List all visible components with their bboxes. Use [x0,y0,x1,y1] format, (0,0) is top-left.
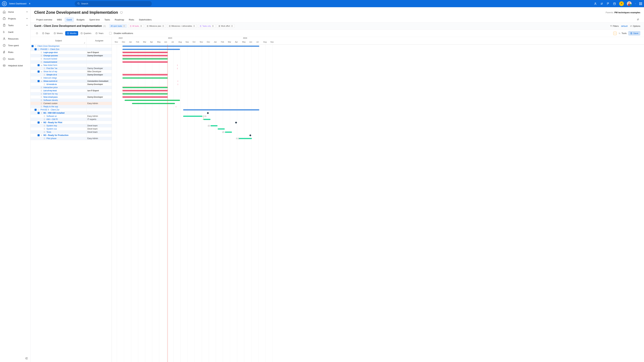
gantt-bar[interactable] [225,132,232,133]
table-row[interactable]: Software arEasy Admin [30,115,112,118]
gantt-bar[interactable] [204,119,210,120]
table-row[interactable]: Account locked [30,57,112,60]
row-subject[interactable]: New email pass [44,96,58,98]
gantt-chart[interactable]: 202220232024 NovDecJanFebMarAprMayJunJul… [112,37,644,362]
row-subject[interactable]: Show current cl [44,80,57,82]
gantt-bar[interactable] [122,77,168,79]
warning-icon[interactable]: ! [613,32,617,35]
table-row[interactable]: −PHASE II - Client Zor [30,108,112,111]
row-subject[interactable]: M3 - Ready for Production [44,134,68,136]
table-row[interactable]: Connect custonEasy Admin [30,102,112,105]
table-row[interactable]: System impDevel team [30,124,112,127]
gantt-bar[interactable] [122,49,180,50]
sidebar-item-tasks[interactable]: Tasks [0,22,30,29]
table-row[interactable]: −M1 - HW+SW installed [30,111,112,115]
toggle-icon[interactable]: − [38,70,40,72]
milestone-diamond[interactable] [207,112,209,114]
sidebar-item-helpdesk-ticket[interactable]: Helpdesk ticket [0,62,30,69]
sidebar-item-resources[interactable]: Resources [0,35,30,42]
tab-tasks[interactable]: Tasks [102,17,112,22]
parents-link[interactable]: PM techniques examples [614,11,640,14]
sliders-icon[interactable] [600,2,604,5]
toggle-icon[interactable]: − [38,121,40,123]
save-button[interactable]: Save [628,31,640,35]
tools-button[interactable]: Tools [618,32,626,34]
row-subject[interactable]: Pilot phase [46,137,56,140]
col-subject[interactable]: Subject⇵ [30,37,87,44]
chip-all-tasks[interactable]: All tasks0 [128,24,144,28]
disable-notifications-checkbox[interactable] [109,32,112,34]
table-row[interactable]: Account locked [30,60,112,64]
view-quarters[interactable]: Quarters [79,31,93,35]
add-button[interactable]: + [619,1,624,6]
table-row[interactable]: Intercom integr [30,76,112,80]
sidebar-item-issues[interactable]: Issues [0,55,30,62]
gantt-bar[interactable] [122,93,168,94]
row-subject[interactable]: List of my invoi [44,89,57,92]
view-months[interactable]: Months [65,31,78,35]
gantt-bar[interactable] [122,45,259,47]
flag-icon[interactable] [606,2,610,5]
milestone-diamond[interactable] [235,121,237,124]
row-subject[interactable]: UI needs to [46,83,57,85]
gantt-bar[interactable] [122,58,168,59]
dashboard-selector[interactable]: Select Dashboard [9,2,31,5]
toggle-icon[interactable]: − [38,80,40,82]
table-row[interactable]: −M3 - Ready for Production [30,134,112,137]
table-row[interactable]: Reply to the sup [30,105,112,108]
table-row[interactable]: Pilot phaseEasy Admin [30,137,112,140]
gantt-bar[interactable] [122,52,168,53]
chip-milestone-plan[interactable]: Milestone plan0 [145,24,166,28]
row-subject[interactable]: Intercom integr [44,77,57,79]
gantt-bar[interactable] [122,87,168,88]
row-subject[interactable]: Account locked [44,58,57,60]
milestone-diamond[interactable] [249,134,252,136]
table-row[interactable]: −Show list of repMike Developer [30,70,112,73]
table-row[interactable]: Login page desiIan IT Expert [30,51,112,54]
gantt-bar[interactable] [122,90,168,91]
chip-all-open-tasks[interactable]: All open tasks0 [109,24,127,28]
table-row[interactable]: New email passDanny Developer [30,95,112,99]
app-logo[interactable] [2,1,7,6]
toggle-icon[interactable]: − [34,48,36,50]
gantt-bar[interactable] [122,55,168,56]
row-subject[interactable]: New ticket form [44,64,57,66]
table-row[interactable]: −PHASE I - Client Zon [30,48,112,51]
gantt-bar[interactable] [183,116,202,117]
row-subject[interactable]: Connect custon [44,102,57,105]
table-row[interactable]: −Client Zone Developmen [30,44,112,48]
options-button[interactable]: Options [630,25,640,27]
tabs-config-icon[interactable] [636,17,640,22]
table-row[interactable]: −M2 - Ready for Pilot [30,121,112,124]
chevron-down-icon[interactable] [634,2,636,5]
col-assignee[interactable]: Assignee [87,37,112,44]
table-row[interactable]: −Show current clConstantine Consultant [30,80,112,83]
tab-spent-time[interactable]: Spent time [88,17,102,22]
row-subject[interactable]: System cus [46,128,57,130]
gantt-bar[interactable] [122,74,168,75]
row-subject[interactable]: Edit form for my [44,93,58,95]
row-subject[interactable]: Interactive price [44,86,58,89]
toggle-icon[interactable]: − [38,134,40,136]
chip-milestones-deliverables[interactable]: Milestones + deliverables0 [167,24,197,28]
row-subject[interactable]: Find the "ne [46,67,57,69]
toggle-icon[interactable]: − [38,112,40,114]
row-subject[interactable]: Account locked [44,61,57,63]
search-input[interactable]: Search [75,1,152,6]
default-link[interactable]: default [621,25,628,27]
gantt-bar[interactable] [124,100,180,101]
gantt-bar[interactable] [122,96,168,98]
tab-project-overview[interactable]: Project overview [34,17,54,22]
apps-icon[interactable] [639,2,642,5]
table-row[interactable]: −New ticket form [30,64,112,67]
table-row[interactable]: HW + SW PlIT experts [30,118,112,121]
tab-risks[interactable]: Risks [127,17,136,22]
table-row[interactable]: Find the "neDanny Developer [30,67,112,70]
tab-gantt[interactable]: Gantt [64,17,74,22]
sidebar-collapse-icon[interactable] [25,357,28,360]
heart-icon[interactable] [120,11,123,14]
row-subject[interactable]: M2 - Ready for Pilot [44,121,62,124]
gantt-bar[interactable] [122,61,168,63]
tab-wbs[interactable]: WBS [55,17,64,22]
view-weeks[interactable]: Weeks [52,31,64,35]
